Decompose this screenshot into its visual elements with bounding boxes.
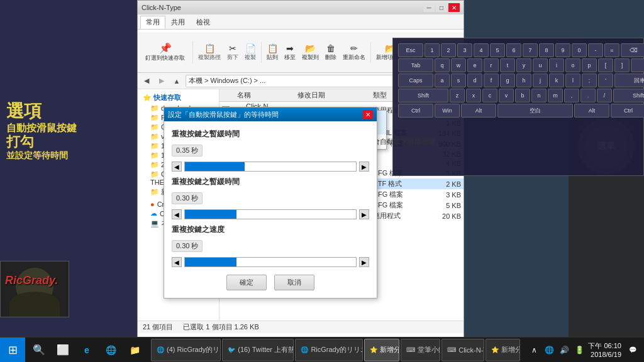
key-0[interactable]: 0 [572, 43, 587, 57]
key-caps[interactable]: Caps [398, 74, 433, 87]
key-q[interactable]: q [435, 58, 450, 72]
cancel-button[interactable]: 取消 [274, 275, 314, 290]
slider-2-left[interactable]: ◀ [172, 209, 182, 219]
key-p[interactable]: p [582, 58, 597, 72]
key-7[interactable]: 7 [523, 43, 538, 57]
key-j[interactable]: j [533, 74, 548, 87]
slider-1-left[interactable]: ◀ [172, 162, 182, 172]
key-lalt[interactable]: Alt [461, 104, 496, 118]
virtual-keyboard[interactable]: Esc 1 2 3 4 5 6 7 8 9 0 - = ⌫ Ins Home P… [392, 38, 644, 176]
key-lctrl[interactable]: Ctrl [398, 104, 433, 118]
delete-btn[interactable]: 🗑 刪除 [323, 42, 339, 63]
tab-home[interactable]: 常用 [140, 16, 165, 29]
taskbar-tab-2[interactable]: 🐦 (16) Twitter 上有熱門 #計 ✕ [222, 339, 294, 361]
taskbar-tab-7[interactable]: ⭐ 新增分頁 [486, 339, 520, 361]
taskbar-tab-4[interactable]: ⭐ 新增分頁 [364, 339, 399, 361]
key-k[interactable]: k [549, 74, 564, 87]
back-btn[interactable]: ◀ [140, 75, 153, 87]
key-n[interactable]: n [531, 89, 547, 102]
dialog-close-button[interactable]: ✕ [363, 110, 373, 119]
paste-btn[interactable]: 📋 貼到 [264, 42, 280, 63]
key-4[interactable]: 4 [474, 43, 489, 57]
key-u[interactable]: u [533, 58, 548, 72]
key-9[interactable]: 9 [555, 43, 570, 57]
close-button[interactable]: ✕ [448, 3, 460, 12]
header-name[interactable]: 名稱 [237, 90, 297, 100]
slider-3-left[interactable]: ◀ [172, 257, 182, 267]
key-backspace[interactable]: ⌫ [621, 43, 644, 57]
tab-share[interactable]: 共用 [165, 16, 191, 29]
pin-btn[interactable]: 📌 釘選到快速存取 [143, 41, 187, 63]
key-tab[interactable]: Tab [398, 58, 433, 72]
key-y[interactable]: y [516, 58, 531, 72]
key-win[interactable]: Win [435, 104, 460, 118]
key-1[interactable]: 1 [425, 43, 440, 57]
taskbar-clock[interactable]: 下午 06:10 2018/6/19 [588, 341, 624, 358]
key-z[interactable]: z [450, 89, 465, 102]
up-btn[interactable]: ▲ [170, 75, 183, 87]
key-o[interactable]: o [565, 58, 580, 72]
slider-2[interactable]: ◀ ▶ [172, 209, 369, 219]
taskbar-tab-3[interactable]: 🌐 RicGrady的リリニコ傳 ✕ [295, 339, 363, 361]
cut-btn[interactable]: ✂ 剪下 [225, 42, 241, 63]
key-r[interactable]: r [484, 58, 499, 72]
slider-3-track[interactable] [184, 257, 357, 267]
key-period[interactable]: . [580, 89, 596, 102]
key-equals[interactable]: = [604, 43, 619, 57]
key-6[interactable]: 6 [506, 43, 521, 57]
key-h[interactable]: h [516, 74, 531, 87]
slider-3-right[interactable]: ▶ [359, 257, 369, 267]
copy-path-btn[interactable]: 📋 複製路徑 [196, 42, 223, 63]
tray-icon-notification[interactable]: 💬 [626, 344, 639, 356]
key-t[interactable]: t [500, 58, 515, 72]
key-lbracket[interactable]: [ [598, 58, 613, 72]
key-quote[interactable]: ' [598, 74, 613, 87]
taskbar-tab-1[interactable]: 🌐 (4) RicGrady的リリニコ ✕ [151, 339, 221, 361]
copy-to-btn[interactable]: 📂 複製到 [299, 42, 321, 63]
tray-icon-up[interactable]: ∧ [528, 344, 540, 356]
key-m[interactable]: m [548, 89, 563, 102]
minimize-button[interactable]: ─ [423, 3, 435, 12]
slider-3[interactable]: ◀ ▶ [172, 257, 369, 267]
header-date[interactable]: 修改日期 [297, 90, 373, 100]
rename-btn[interactable]: ✏ 重新命名 [340, 42, 368, 63]
taskbar-icon-edge[interactable]: e [75, 339, 98, 361]
slider-2-right[interactable]: ▶ [359, 209, 369, 219]
key-space[interactable]: 空白 [497, 104, 573, 118]
maximize-button[interactable]: □ [436, 3, 447, 12]
taskbar-icon-cortana[interactable]: 🔍 [28, 339, 50, 361]
key-minus[interactable]: - [588, 43, 603, 57]
key-enter[interactable]: 回車 [614, 74, 644, 87]
slider-2-track[interactable] [184, 209, 357, 219]
key-5[interactable]: 5 [490, 43, 505, 57]
key-s[interactable]: s [451, 74, 466, 87]
taskbar-tab-5[interactable]: ⌨ 堂筆小鍵盤 [401, 339, 441, 361]
tab-view[interactable]: 檢視 [191, 16, 216, 29]
key-lshift[interactable]: Shift [398, 89, 448, 102]
key-rctrl[interactable]: Ctrl [611, 104, 644, 118]
key-e[interactable]: e [467, 58, 482, 72]
move-btn[interactable]: ➡ 移至 [282, 42, 298, 63]
key-2[interactable]: 2 [441, 43, 456, 57]
sidebar-quickaccess-title[interactable]: ⭐ 快速存取 [140, 92, 216, 104]
key-slash[interactable]: / [597, 89, 612, 102]
key-x[interactable]: x [466, 89, 481, 102]
key-rshift[interactable]: Shift [613, 89, 644, 102]
key-3[interactable]: 3 [457, 43, 472, 57]
key-rbracket[interactable]: ] [614, 58, 630, 72]
key-d[interactable]: d [467, 74, 482, 87]
dialog[interactable]: 設定「自動按滑鼠按鍵」的等待時間 ✕ 重複按鍵之暫緩時間 0.35 秒 ◀ [164, 107, 377, 299]
taskbar-icon-taskview[interactable]: ⬜ [52, 339, 74, 361]
forward-btn[interactable]: ▶ [155, 75, 168, 87]
taskbar-tab-6[interactable]: ⌨ Click-N-Ty… [441, 339, 484, 361]
start-button[interactable]: ⊞ [0, 337, 25, 363]
slider-1[interactable]: ◀ ▶ [172, 162, 369, 172]
key-a[interactable]: a [435, 74, 450, 87]
key-comma[interactable]: , [564, 89, 579, 102]
key-f[interactable]: f [484, 74, 499, 87]
key-c[interactable]: c [482, 89, 497, 102]
key-esc[interactable]: Esc [398, 43, 423, 57]
taskbar-icon-chrome[interactable]: 🌐 [99, 339, 122, 361]
key-g[interactable]: g [500, 74, 515, 87]
key-l[interactable]: l [565, 74, 580, 87]
